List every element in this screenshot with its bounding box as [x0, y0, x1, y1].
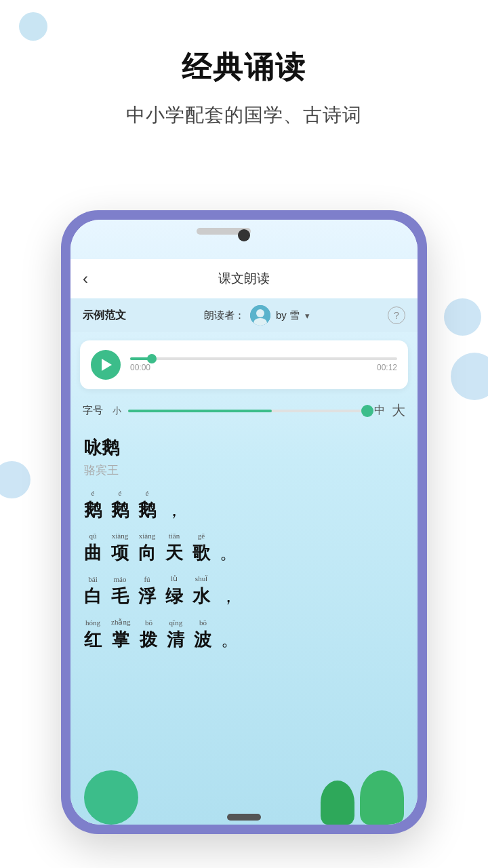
pinyin: bái: [88, 575, 97, 583]
pinyin: zhǎng: [111, 618, 130, 627]
progress-thumb: [147, 354, 157, 363]
poem-line-1: é 鹅 é 鹅 é 鹅 ，: [84, 489, 404, 522]
punct: ，: [165, 498, 183, 522]
punct: 。: [221, 628, 239, 652]
font-size-large-label: 大: [392, 401, 405, 420]
poem-char-qing: qīng 清: [167, 618, 184, 652]
play-button[interactable]: [91, 350, 121, 380]
poem-char-xiang2: xiàng 向: [138, 532, 156, 565]
char: 浮: [138, 585, 156, 608]
char: 向: [138, 541, 156, 565]
deco-circle-right-2: [444, 298, 481, 336]
poem-author: 骆宾王: [84, 462, 404, 478]
pinyin: é: [146, 489, 149, 497]
pinyin: bō: [145, 618, 152, 627]
deco-ball: [84, 770, 138, 825]
char: 波: [194, 628, 211, 652]
poem-char-zhang: zhǎng 掌: [111, 618, 130, 652]
poem-char-bo1: bō 拨: [140, 618, 157, 652]
poem-char-mao: máo 毛: [111, 575, 129, 608]
audio-controls: 00:00 00:12: [91, 350, 397, 380]
deco-tree-1: [321, 781, 354, 825]
pinyin: qū: [89, 532, 97, 540]
poem-char-e2: é 鹅: [111, 489, 129, 522]
poem-char-bo2: bō 波: [194, 618, 211, 652]
navbar-title: 课文朗读: [218, 270, 270, 288]
poem-line-4: hóng 红 zhǎng 掌 bō 拨 qīng: [84, 618, 404, 652]
app-content: ‹ 课文朗读 示例范文 朗读者：: [70, 220, 418, 825]
punct: ，: [220, 585, 237, 608]
phone-home-button: [227, 814, 261, 821]
phone-camera: [238, 229, 250, 241]
audio-progress-area[interactable]: 00:00 00:12: [130, 357, 397, 372]
char: 绿: [165, 585, 183, 608]
app-navbar: ‹ 课文朗读: [70, 259, 418, 298]
poem-line-2: qū 曲 xiàng 项 xiàng 向 tiān: [84, 532, 404, 565]
help-button[interactable]: ?: [388, 307, 405, 324]
poem-char-xiang1: xiàng 项: [111, 532, 129, 565]
deco-trees: [321, 770, 404, 825]
pinyin: é: [119, 489, 122, 497]
reader-avatar: [250, 305, 270, 326]
reader-info-bar: 示例范文 朗读者： by 雪 ▾ ?: [70, 298, 418, 332]
deco-tree-2: [360, 770, 404, 825]
pinyin: xiàng: [112, 532, 128, 540]
font-size-control: 字号 小 中 大: [70, 397, 418, 427]
progress-fill: [130, 357, 152, 360]
poem-char-tian: tiān 天: [165, 532, 183, 565]
font-slider-fill: [128, 410, 272, 412]
poem-char-e1: é 鹅: [84, 489, 102, 522]
audio-player: 00:00 00:12: [80, 340, 408, 389]
char: 毛: [111, 585, 129, 608]
char: 掌: [112, 628, 129, 652]
char: 鹅: [138, 498, 156, 522]
pinyin: xiàng: [139, 532, 155, 540]
font-size-medium-label: 中: [374, 403, 385, 418]
poem-char-qu: qū 曲: [84, 532, 102, 565]
pinyin: hóng: [85, 618, 100, 627]
poem-char-hong: hóng 红: [84, 618, 102, 652]
poem-line-3: bái 白 máo 毛 fú 浮 lǜ 绿: [84, 574, 404, 608]
char: 歌: [192, 541, 210, 565]
poem-char-fu: fú 浮: [138, 575, 156, 608]
char: 项: [111, 541, 129, 565]
char: 白: [84, 585, 102, 608]
pinyin: gē: [198, 532, 205, 540]
phone-outer: ‹ 课文朗读 示例范文 朗读者：: [61, 210, 427, 834]
poem-char-shui: shuǐ 水: [192, 574, 210, 608]
char: 拨: [140, 628, 157, 652]
pinyin: shuǐ: [195, 574, 207, 583]
deco-circle-left: [0, 461, 30, 498]
back-button[interactable]: ‹: [83, 269, 88, 288]
font-size-label: 字号: [83, 404, 103, 417]
char: 鹅: [84, 498, 102, 522]
reader-name: by 雪: [276, 309, 300, 322]
char: 天: [165, 541, 183, 565]
font-slider-thumb: [361, 405, 373, 417]
deco-circle-right-1: [451, 353, 488, 400]
play-icon: [102, 359, 112, 371]
poem-char-e3: é 鹅: [138, 489, 156, 522]
char: 鹅: [111, 498, 129, 522]
poem-title: 咏鹅: [84, 436, 404, 460]
audio-timestamps: 00:00 00:12: [130, 363, 397, 372]
char: 清: [167, 628, 184, 652]
poem-char-bai: bái 白: [84, 575, 102, 608]
svg-point-1: [256, 309, 264, 317]
pinyin: lǜ: [171, 574, 178, 583]
phone-screen: ‹ 课文朗读 示例范文 朗读者：: [70, 220, 418, 825]
poem-char-ge: gē 歌: [192, 532, 210, 565]
pinyin: qīng: [169, 618, 183, 627]
dropdown-arrow-icon[interactable]: ▾: [305, 311, 310, 321]
pinyin: tiān: [169, 532, 180, 540]
char: 曲: [84, 541, 102, 565]
pinyin: é: [92, 489, 95, 497]
reader-selector[interactable]: 朗读者： by 雪 ▾: [204, 305, 310, 326]
total-time: 00:12: [377, 363, 397, 372]
font-size-slider[interactable]: [128, 410, 367, 412]
progress-track[interactable]: [130, 357, 397, 360]
header-subtitle: 中小学配套的国学、古诗词: [0, 102, 488, 128]
char: 红: [84, 628, 102, 652]
pinyin: fú: [144, 575, 150, 583]
phone-mockup: ‹ 课文朗读 示例范文 朗读者：: [61, 210, 427, 834]
